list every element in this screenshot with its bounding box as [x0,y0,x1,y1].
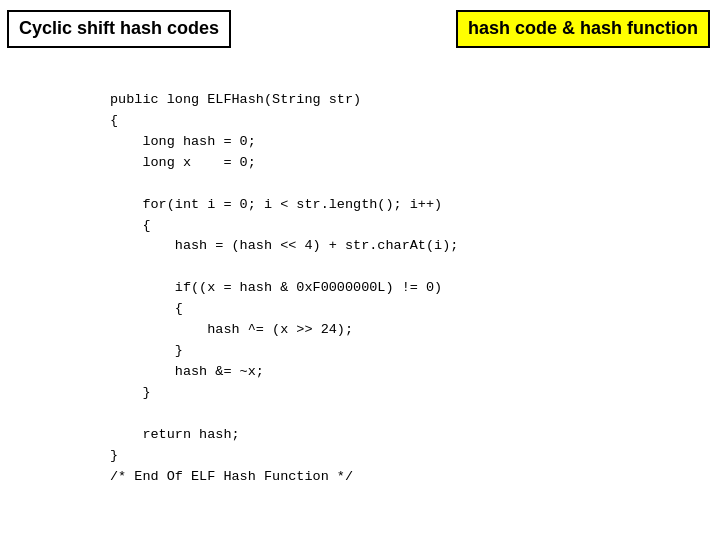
code-display: public long ELFHash(String str) { long h… [110,90,458,488]
left-title: Cyclic shift hash codes [7,10,231,48]
right-title: hash code & hash function [456,10,710,48]
